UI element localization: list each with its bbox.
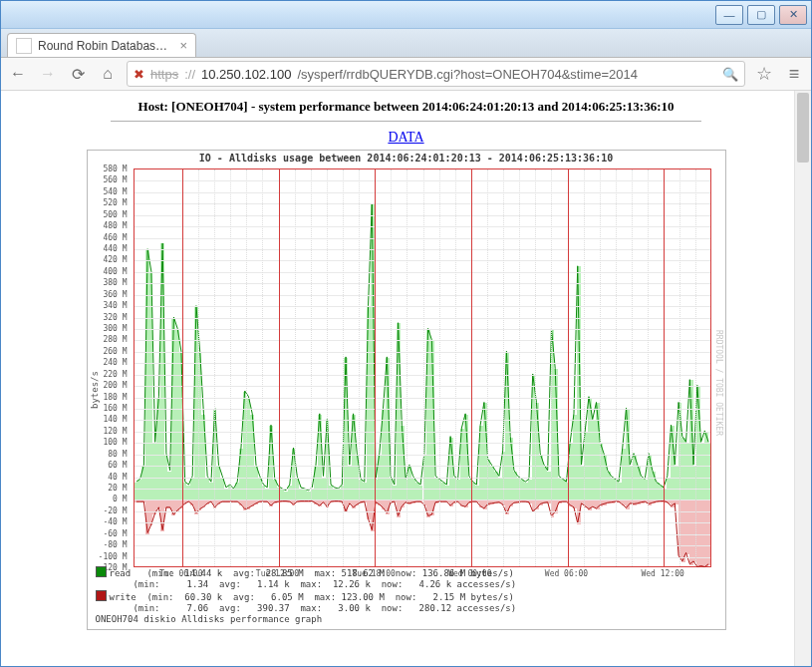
minimize-button[interactable]: — — [715, 5, 743, 25]
plot-area: -120 M-100 M-80 M-60 M-40 M-20 M0 M20 M4… — [134, 168, 711, 567]
bookmark-star-icon[interactable]: ☆ — [753, 63, 775, 85]
chart-legend: read (min: 14.44 k avg: 28.85 M max: 518… — [96, 566, 715, 625]
vertical-scrollbar[interactable] — [794, 91, 811, 666]
window-titlebar: — ▢ ✕ — [1, 1, 811, 29]
rrdtool-watermark: RRDTOOL / TOBI OETIKER — [713, 170, 723, 594]
search-icon[interactable]: 🔍 — [722, 67, 738, 82]
scrollbar-thumb[interactable] — [797, 93, 809, 163]
browser-window: — ▢ ✕ Round Robin Database Qu × ← → ⟳ ⌂ … — [0, 0, 812, 667]
chart-lines — [135, 169, 710, 567]
close-button[interactable]: ✕ — [779, 5, 807, 25]
page-title: Host: [ONEOH704] - system performance be… — [111, 99, 701, 115]
url-host: 10.250.102.100 — [201, 67, 291, 82]
data-link[interactable]: DATA — [21, 130, 791, 146]
tab-title: Round Robin Database Qu — [38, 39, 173, 53]
chart-grid — [134, 168, 711, 567]
page-viewport: Host: [ONEOH704] - system performance be… — [1, 91, 811, 666]
rrdtool-graph: IO - Alldisks usage between 2014:06:24:0… — [87, 150, 726, 630]
tab-strip: Round Robin Database Qu × — [1, 29, 811, 58]
browser-toolbar: ← → ⟳ ⌂ ✖ https://10.250.102.100/sysperf… — [1, 58, 811, 91]
menu-button[interactable]: ≡ — [783, 63, 805, 85]
divider — [111, 121, 701, 122]
address-bar[interactable]: ✖ https://10.250.102.100/sysperf/rrdbQUE… — [127, 61, 745, 87]
forward-button[interactable]: → — [37, 63, 59, 85]
page-body: Host: [ONEOH704] - system performance be… — [1, 91, 811, 630]
url-path: /sysperf/rrdbQUERYDB.cgi?host=ONEOH704&s… — [297, 67, 638, 82]
browser-tab[interactable]: Round Robin Database Qu × — [7, 33, 196, 57]
maximize-button[interactable]: ▢ — [747, 5, 775, 25]
back-button[interactable]: ← — [7, 63, 29, 85]
tab-close-icon[interactable]: × — [179, 38, 187, 53]
reload-button[interactable]: ⟳ — [67, 63, 89, 85]
chart-title: IO - Alldisks usage between 2014:06:24:0… — [88, 153, 725, 164]
home-button[interactable]: ⌂ — [97, 63, 119, 85]
y-axis-ticks: -120 M-100 M-80 M-60 M-40 M-20 M0 M20 M4… — [94, 168, 130, 567]
tab-favicon — [16, 38, 32, 54]
ssl-warning-icon: ✖ — [134, 67, 144, 82]
url-protocol: https — [150, 67, 178, 82]
